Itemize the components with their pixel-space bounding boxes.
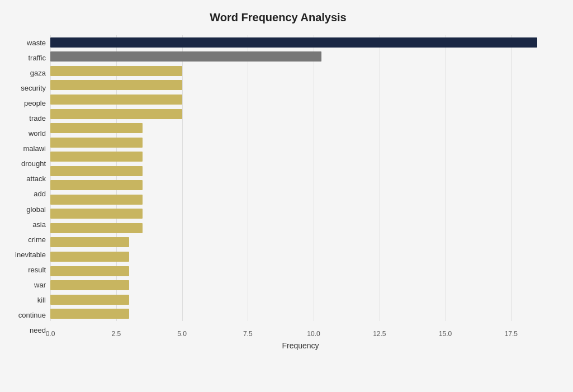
bar: [50, 51, 321, 62]
bar-row: [50, 79, 551, 91]
bar-row: [50, 308, 551, 320]
y-label: inevitable: [15, 247, 46, 262]
bar-row: [50, 50, 551, 63]
bar: [50, 180, 143, 190]
bar: [50, 280, 129, 290]
bar: [50, 295, 129, 305]
bar-row: [50, 150, 551, 163]
bar-row: [50, 251, 551, 263]
chart-title: Word Frequency Analysis: [6, 11, 551, 24]
bar: [50, 66, 182, 76]
bar-row: [50, 36, 551, 49]
y-label: result: [28, 262, 46, 277]
bar-row: [50, 165, 551, 177]
bar-row: [50, 136, 551, 149]
bar: [50, 195, 143, 205]
bar-row: [50, 93, 551, 106]
bar: [50, 252, 129, 262]
bar: [50, 309, 129, 319]
y-label: waste: [27, 35, 46, 50]
y-label: war: [34, 277, 46, 292]
bar-row: [50, 279, 551, 291]
bar-row: [50, 65, 551, 77]
bar-row: [50, 265, 551, 277]
bar: [50, 223, 143, 233]
bars-and-grid: Frequency 0.02.55.07.510.012.515.017.5: [50, 35, 551, 338]
y-label: world: [29, 126, 46, 141]
bar-row: [50, 236, 551, 248]
bars-wrapper: [50, 35, 551, 338]
bar-row: [50, 179, 551, 191]
bar-row: [50, 207, 551, 220]
y-label: attack: [26, 171, 46, 186]
y-label: crime: [28, 232, 46, 247]
y-axis: wastetrafficgazasecuritypeopletradeworld…: [6, 35, 50, 338]
y-label: traffic: [28, 50, 46, 65]
bar: [50, 152, 143, 162]
bar: [50, 209, 143, 219]
y-label: malawi: [23, 141, 46, 156]
bar: [50, 109, 182, 119]
bar: [50, 138, 143, 148]
y-label: continue: [18, 308, 46, 323]
bar-row: [50, 222, 551, 234]
chart-container: Word Frequency Analysis wastetrafficgaza…: [0, 0, 573, 392]
bar-row: [50, 294, 551, 306]
bar: [50, 237, 129, 247]
y-label: asia: [32, 217, 46, 232]
y-label: global: [26, 202, 46, 217]
bar-row: [50, 108, 551, 120]
bar: [50, 266, 129, 276]
bar-row: [50, 193, 551, 206]
x-axis-label: Frequency: [282, 341, 319, 350]
y-label: gaza: [30, 65, 46, 81]
bar: [50, 37, 537, 48]
y-label: trade: [29, 111, 46, 126]
y-label: add: [34, 186, 46, 201]
chart-area: wastetrafficgazasecuritypeopletradeworld…: [6, 35, 551, 338]
y-label: security: [21, 81, 46, 96]
y-label: kill: [37, 292, 46, 308]
y-label: need: [30, 323, 46, 338]
y-label: drought: [21, 156, 46, 171]
bar-row: [50, 122, 551, 134]
bar: [50, 95, 182, 105]
bar: [50, 166, 143, 176]
y-label: people: [24, 96, 46, 111]
bar: [50, 80, 182, 90]
bar: [50, 123, 143, 133]
